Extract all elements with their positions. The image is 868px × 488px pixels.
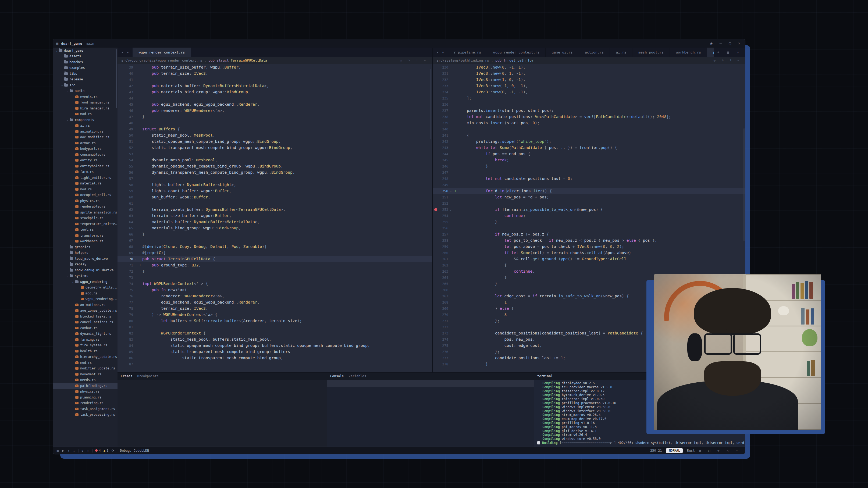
line-number[interactable]: 51 [118, 139, 133, 145]
tree-item-file[interactable]: animation.rs [53, 128, 118, 134]
line-number[interactable]: 72 [118, 268, 133, 275]
line-number[interactable]: 239 [433, 120, 448, 126]
code-line[interactable]: 254 continue; [433, 213, 745, 219]
code-line[interactable]: 57 [118, 176, 432, 182]
fold-chevron-icon[interactable]: ⌄ [450, 207, 452, 213]
line-number[interactable]: 267 [433, 293, 448, 299]
line-number[interactable]: 276 [433, 349, 448, 355]
line-number[interactable]: 244 [433, 151, 448, 157]
line-number[interactable]: 86 [118, 355, 133, 361]
code-line[interactable]: 239 min_costs.insert(start_pos, 0); [433, 120, 745, 126]
tree-item-folder[interactable]: ⌄wgpu_rendering [53, 279, 118, 285]
line-number[interactable]: 65 [118, 225, 133, 231]
line-number[interactable]: 44 [118, 95, 133, 101]
line-number[interactable]: 71 [118, 262, 133, 268]
nav-forward-icon[interactable]: ▸ [127, 50, 129, 54]
code-line[interactable]: 78 terrain_size: IVec3, [118, 305, 432, 312]
avatar-icon[interactable]: ◉ [710, 41, 712, 45]
toolbar-icon[interactable]: ⇣ [73, 449, 75, 453]
line-number[interactable]: 241 [433, 132, 448, 139]
tree-item-file[interactable]: fire_system.rs [53, 342, 118, 348]
line-number[interactable]: 234 [433, 89, 448, 95]
code-line[interactable]: 251 let new_pos = *d + pos; [433, 194, 745, 200]
toolbar-icon[interactable]: ◎ [400, 59, 402, 62]
tree-item-file[interactable]: animations.rs [53, 302, 118, 308]
tree-item-file[interactable]: hierarchy_update.rs [53, 354, 118, 360]
fold-chevron-icon[interactable]: ⌄ [135, 256, 136, 262]
code-line[interactable]: 259 let pos_above = pos_to_check + IVec3… [433, 244, 745, 250]
editor-scrollbar-right[interactable] [743, 128, 745, 241]
line-number[interactable]: 75 [118, 287, 133, 293]
code-line[interactable]: 66} [118, 231, 432, 237]
console-input[interactable] [327, 379, 534, 387]
code-line[interactable]: 82 WGPURenderContext { [118, 330, 432, 336]
line-number[interactable]: 266 [433, 287, 448, 293]
tree-item-file[interactable]: entity.rs [53, 158, 118, 163]
tree-item-folder[interactable]: examples [53, 65, 118, 71]
toolbar-icon[interactable]: ✎ [722, 59, 724, 62]
line-number[interactable]: 52 [118, 145, 133, 151]
tree-item-file[interactable]: food_manager.rs [53, 100, 118, 106]
tab-game_ui-rs[interactable]: game_ui.rs [546, 48, 579, 57]
tree-item-folder[interactable]: replay [53, 262, 118, 268]
line-number[interactable]: 62 [118, 207, 133, 213]
code-line[interactable]: 247 [433, 170, 745, 176]
code-line[interactable]: 61 [118, 200, 432, 207]
toolbar-icon[interactable]: ◎ [714, 59, 716, 62]
tree-item-file[interactable]: light_emitter.rs [53, 175, 118, 181]
line-number[interactable]: 272 [433, 324, 448, 330]
line-number[interactable]: 85 [118, 349, 133, 355]
code-line[interactable]: 72} [118, 268, 432, 275]
toolbar-icon[interactable]: ✎ [408, 59, 410, 62]
code-line[interactable]: 56 dynamic_transparent_mesh_compute_bind… [118, 170, 432, 176]
line-number[interactable]: 257 [433, 231, 448, 237]
error-dot-icon[interactable] [95, 449, 98, 452]
code-line[interactable]: 39 pub terrain_size_buffer: wgpu::Buffer… [118, 64, 432, 70]
minimize-button[interactable]: — [719, 41, 722, 45]
tree-item-folder[interactable]: show_debug_ui_derive [53, 267, 118, 273]
code-line[interactable]: 231 IVec3::new(0, 1, -1), [433, 70, 745, 77]
line-number[interactable]: 243 [433, 145, 448, 151]
toolbar-icon[interactable]: ≡ [737, 59, 739, 62]
refresh-icon[interactable]: ⟳ [112, 449, 114, 453]
maximize-button[interactable]: ▢ [729, 41, 731, 45]
line-number[interactable]: 273 [433, 330, 448, 336]
line-number[interactable]: 250 [433, 188, 448, 194]
tree-item-file[interactable]: pathfinding.rs [53, 383, 118, 389]
code-line[interactable]: 41 [118, 77, 432, 83]
line-number[interactable]: 57 [118, 176, 133, 182]
toolbar-icon[interactable]: ▢ [708, 449, 710, 453]
tab-terminal[interactable]: terminal [537, 374, 553, 378]
line-number[interactable]: 80 [118, 318, 133, 324]
line-number[interactable]: 84 [118, 342, 133, 349]
line-number[interactable]: 45 [118, 101, 133, 108]
code-line[interactable]: 262 { [433, 262, 745, 268]
tree-item-folder[interactable]: assets [53, 54, 118, 59]
code-line[interactable]: 48 [118, 120, 432, 126]
line-number[interactable]: 46 [118, 108, 133, 114]
code-line[interactable]: 44 [118, 95, 432, 101]
toolbar-icon[interactable]: Ⅰ [416, 59, 417, 62]
line-number[interactable]: 48 [118, 120, 133, 126]
tree-item-file[interactable]: bodypart.rs [53, 146, 118, 152]
code-line[interactable]: 77 egui_backend: egui_wgpu_backend::Rend… [118, 299, 432, 305]
line-number[interactable]: 274 [433, 336, 448, 342]
line-number[interactable]: 248 [433, 176, 448, 182]
line-number[interactable]: 269 [433, 305, 448, 312]
line-number[interactable]: 275 [433, 342, 448, 349]
code-line[interactable]: 40 pub terrain_size: IVec3, [118, 70, 432, 77]
code-line[interactable]: 243 while let Some(PathCandidate { pos, … [433, 145, 745, 151]
code-line[interactable]: 244 if pos == end_pos { [433, 151, 745, 157]
code-line[interactable]: 51 static_opaque_mesh_compute_bind_group… [118, 139, 432, 145]
toolbar-icon[interactable]: ▦ [57, 449, 59, 453]
toolbar-icon[interactable]: ▦ [727, 50, 729, 54]
code-line[interactable]: 240 [433, 126, 745, 132]
tree-item-folder[interactable]: ⌄dwarf_game [53, 48, 118, 54]
line-number[interactable]: 79 [118, 312, 133, 318]
code-line[interactable]: 257 if new_pos.z != pos.z { [433, 231, 745, 237]
code-line[interactable]: 81 [118, 324, 432, 330]
nav-back-icon[interactable]: ◂ [436, 50, 438, 54]
warning-count[interactable]: 1 [106, 449, 108, 453]
code-line[interactable]: 245 break; [433, 157, 745, 163]
line-number[interactable]: 271 [433, 318, 448, 324]
